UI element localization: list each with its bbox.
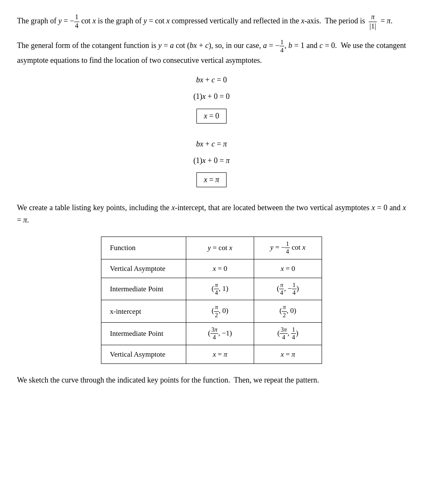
table-row-ip1: Intermediate Point (π4, 1) (π4, −14) [101,278,322,300]
equation-bxc-pi-line1: bx + c = π [17,138,406,150]
row-va1-label: Vertical Asymptote [101,259,186,278]
paragraph-1: The graph of y = −14 cot x is the graph … [17,13,406,31]
table-row-va1: Vertical Asymptote x = 0 x = 0 [101,259,322,278]
table-header-row: Function y = cot x y = −14 cot x [101,237,322,259]
row-va2-neg-cotx: x = π [254,345,322,363]
paragraph-3: We create a table listing key points, in… [17,202,406,226]
table-row-xi: x-intercept (π2, 0) (π2, 0) [101,300,322,323]
row-xi-label: x-intercept [101,300,186,323]
paragraph-2: The general form of the cotangent functi… [17,38,406,66]
key-points-table: Function y = cot x y = −14 cot x Vertica… [101,237,322,364]
equation-bxc-0-result: x = 0 [17,107,406,125]
row-va2-label: Vertical Asymptote [101,345,186,363]
equation-bxc-pi-result: x = π [17,171,406,189]
row-ip2-label: Intermediate Point [101,323,186,345]
col-header-neg-quarter-cotx: y = −14 cot x [254,237,322,259]
row-xi-neg-cotx: (π2, 0) [254,300,322,323]
row-va1-cotx: x = 0 [186,259,254,278]
paragraph-4: We sketch the curve through the indicate… [17,374,406,386]
row-va1-neg-cotx: x = 0 [254,259,322,278]
table-row-ip2: Intermediate Point (3π4, −1) (3π4, 14) [101,323,322,345]
equation-bxc-0-line2: (1)x + 0 = 0 [17,90,406,103]
table-row-va2: Vertical Asymptote x = π x = π [101,345,322,363]
row-ip1-label: Intermediate Point [101,278,186,300]
row-ip2-neg-cotx: (3π4, 14) [254,323,322,345]
col-header-cotx: y = cot x [186,237,254,259]
row-ip1-cotx: (π4, 1) [186,278,254,300]
equation-bxc-0-line1: bx + c = 0 [17,74,406,86]
row-ip2-cotx: (3π4, −1) [186,323,254,345]
row-xi-cotx: (π2, 0) [186,300,254,323]
col-header-function: Function [101,237,186,259]
equation-bxc-pi-line2: (1)x + 0 = π [17,155,406,167]
row-va2-cotx: x = π [186,345,254,363]
row-ip1-neg-cotx: (π4, −14) [254,278,322,300]
